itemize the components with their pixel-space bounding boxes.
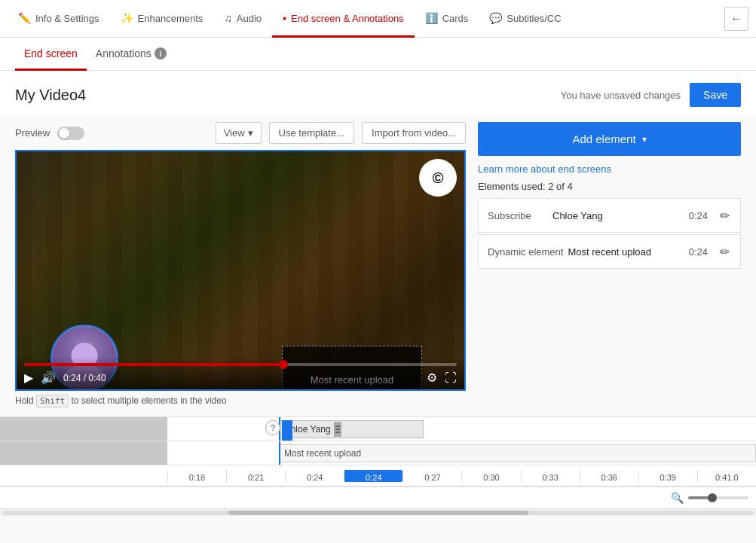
- nav-audio[interactable]: ♫ Audio: [213, 1, 272, 38]
- element-type-subscribe: Subscribe: [488, 210, 548, 221]
- upload-track-bar[interactable]: Most recent upload: [279, 444, 756, 462]
- track-content-upload: Most recent upload: [167, 441, 756, 465]
- use-template-button[interactable]: Use template...: [269, 122, 354, 144]
- upload-track: Most recent upload: [0, 441, 756, 465]
- nav-endscreen[interactable]: ▪ End screen & Annotations: [272, 1, 415, 38]
- import-from-video-button[interactable]: Import from video...: [362, 122, 466, 144]
- question-icon[interactable]: ?: [265, 420, 280, 435]
- back-button[interactable]: ←: [724, 7, 748, 31]
- monitor-icon: ▪: [283, 12, 286, 24]
- zoom-bar: 🔍: [0, 487, 756, 508]
- nav-cards[interactable]: ℹ️ Cards: [415, 1, 479, 38]
- video-player: © Most recent upload (Shows on playback): [15, 150, 466, 391]
- save-button[interactable]: Save: [690, 83, 741, 107]
- elements-used-count: Elements used: 2 of 4: [478, 181, 741, 192]
- info-circle-icon: ℹ️: [425, 12, 438, 24]
- scroll-bar: [0, 508, 756, 516]
- nav-enhancements[interactable]: ✨ Enhancements: [110, 1, 214, 38]
- header-right: You have unsaved changes Save: [561, 83, 741, 107]
- element-row-upload: Dynamic element Most recent upload 0:24 …: [478, 234, 741, 269]
- unsaved-changes-text: You have unsaved changes: [561, 90, 681, 101]
- element-time-upload: 0:24: [689, 246, 708, 258]
- timeline-section: ? Chloe Yang Most recent upload: [0, 416, 756, 516]
- page-header: My Video4 You have unsaved changes Save: [0, 71, 756, 114]
- top-nav: ✏️ Info & Settings ✨ Enhancements ♫ Audi…: [0, 0, 756, 38]
- video-controls: ▶ 🔊 0:24 / 0:40 ⚙ ⛶: [17, 357, 464, 389]
- track-gray-upload: [0, 441, 167, 465]
- settings-button[interactable]: ⚙: [427, 371, 437, 385]
- element-row-subscribe: Subscribe Chloe Yang 0:24 ✏: [478, 198, 741, 233]
- add-element-button[interactable]: Add element ▾: [478, 122, 741, 156]
- ruler-tick-024-current: 0:24: [285, 470, 344, 482]
- timeline-tracks: ? Chloe Yang Most recent upload: [0, 417, 756, 465]
- ruler-tick-036: 0:36: [580, 470, 638, 482]
- time-display: 0:24 / 0:40: [63, 373, 106, 383]
- ruler-tick-024-active[interactable]: 0:24: [344, 470, 402, 482]
- ruler-tick-021: 0:21: [226, 470, 285, 482]
- pencil-icon: ✏️: [18, 12, 31, 24]
- main-content: Preview View ▾ Use template... Import fr…: [0, 114, 756, 413]
- nav-subtitles[interactable]: 💬 Subtitles/CC: [479, 1, 571, 38]
- ruler-tick-027: 0:27: [402, 470, 461, 482]
- scroll-track[interactable]: [3, 511, 753, 515]
- left-panel: Preview View ▾ Use template... Import fr…: [15, 114, 466, 406]
- zoom-knob: [708, 493, 717, 502]
- edit-subscribe-button[interactable]: ✏: [718, 207, 731, 224]
- cc-logo: ©: [419, 159, 457, 197]
- learn-more-link[interactable]: Learn more about end screens: [478, 163, 741, 175]
- edit-upload-button[interactable]: ✏: [718, 243, 731, 261]
- element-time-subscribe: 0:24: [689, 210, 708, 221]
- hold-shift-hint: Hold Shift to select multiple elements i…: [15, 395, 466, 406]
- preview-toggle[interactable]: [57, 127, 84, 140]
- timeline-ruler: 0:18 0:21 0:24 0:24 0:27 0:30 0:33 0:36 …: [0, 465, 756, 487]
- fullscreen-button[interactable]: ⛶: [445, 371, 457, 385]
- zoom-out-icon[interactable]: 🔍: [671, 492, 684, 504]
- ruler-tick-033: 0:33: [521, 470, 580, 482]
- ruler-tick-030: 0:30: [461, 470, 520, 482]
- caption-icon: 💬: [489, 12, 502, 24]
- preview-bar: Preview View ▾ Use template... Import fr…: [15, 114, 466, 150]
- ruler-tick-041: 0:41.0: [697, 470, 756, 482]
- controls-row: ▶ 🔊 0:24 / 0:40 ⚙ ⛶: [24, 371, 457, 385]
- nav-info[interactable]: ✏️ Info & Settings: [8, 1, 110, 38]
- drag-handle[interactable]: [334, 422, 341, 437]
- preview-label: Preview: [15, 127, 50, 139]
- playhead-icons: ?: [265, 420, 292, 441]
- tab-endscreen[interactable]: End screen: [15, 38, 87, 71]
- toggle-knob: [59, 128, 69, 139]
- track-gray-chloe: [0, 417, 167, 441]
- info-icon: i: [155, 47, 167, 59]
- chevron-down-icon: ▾: [248, 127, 253, 139]
- ruler-ticks: 0:18 0:21 0:24 0:24 0:27 0:30 0:33 0:36 …: [167, 470, 756, 482]
- music-icon: ♫: [224, 12, 232, 24]
- chevron-down-icon: ▾: [642, 134, 647, 145]
- playhead-marker: [282, 420, 292, 441]
- chloe-track: ? Chloe Yang: [0, 417, 756, 441]
- progress-dot: [279, 360, 288, 369]
- view-button[interactable]: View ▾: [216, 122, 262, 144]
- page-title: My Video4: [15, 87, 86, 104]
- sparkle-icon: ✨: [121, 12, 133, 24]
- scroll-thumb[interactable]: [228, 511, 528, 515]
- progress-bar[interactable]: [24, 363, 457, 366]
- play-button[interactable]: ▶: [24, 371, 33, 385]
- ruler-tick-039: 0:39: [638, 470, 697, 482]
- track-content-chloe: ? Chloe Yang: [167, 417, 756, 441]
- element-type-dynamic: Dynamic element: [488, 246, 563, 258]
- progress-fill: [24, 363, 283, 366]
- chloe-track-bar[interactable]: Chloe Yang: [279, 420, 424, 438]
- element-name-chloe: Chloe Yang: [552, 210, 684, 221]
- sub-tabs: End screen Annotations i: [0, 38, 756, 71]
- element-name-upload: Most recent upload: [568, 246, 684, 258]
- zoom-slider[interactable]: [688, 496, 748, 499]
- ruler-tick-018: 0:18: [167, 470, 226, 482]
- right-panel: Add element ▾ Learn more about end scree…: [478, 114, 741, 406]
- tab-annotations[interactable]: Annotations i: [87, 38, 176, 71]
- volume-button[interactable]: 🔊: [41, 371, 56, 385]
- video-background: © Most recent upload (Shows on playback): [17, 151, 464, 389]
